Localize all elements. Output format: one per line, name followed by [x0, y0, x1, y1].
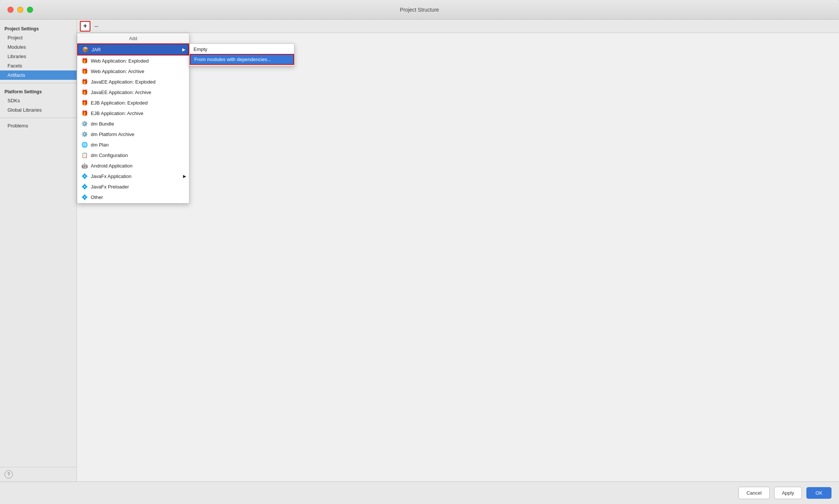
content-toolbar: + – Add 📦 JAR ▶ 🎁 Web Ap [77, 19, 839, 33]
javafx-arrow-icon: ▶ [183, 174, 186, 179]
menu-item-dm-platform-archive-label: dm Platform Archive [91, 132, 134, 137]
javaee-exploded-icon: 🎁 [81, 78, 88, 85]
sidebar-item-problems[interactable]: Problems [0, 121, 77, 130]
main-content: Project Settings Project Modules Librari… [0, 19, 839, 482]
submenu-item-empty-label: Empty [194, 46, 207, 52]
add-dropdown-menu: Add 📦 JAR ▶ 🎁 Web Application: Exploded [77, 33, 189, 203]
ejb-exploded-icon: 🎁 [81, 99, 88, 106]
maximize-button[interactable] [27, 7, 33, 13]
menu-item-android-label: Android Application [91, 163, 132, 169]
sidebar-nav: Project Settings Project Modules Librari… [0, 19, 77, 467]
submenu-item-from-modules[interactable]: From modules with dependencies... [190, 54, 294, 65]
main-window: Project Structure Project Settings Proje… [0, 0, 839, 504]
sidebar-divider-1 [0, 83, 77, 83]
sidebar-item-facets[interactable]: Facets [0, 61, 77, 70]
menu-item-dm-plan[interactable]: 🌐 dm Plan [77, 139, 189, 150]
bottom-bar: Cancel Apply OK [0, 482, 839, 504]
section-project-settings: Project Settings [0, 23, 77, 33]
javafx-icon: 💠 [81, 173, 88, 179]
other-icon: 💠 [81, 194, 88, 200]
content-area: + – Add 📦 JAR ▶ 🎁 Web Ap [77, 19, 839, 482]
cancel-button[interactable]: Cancel [738, 487, 769, 499]
sidebar-bottom: ? [0, 467, 77, 482]
menu-item-other[interactable]: 💠 Other [77, 192, 189, 202]
menu-item-dm-config-label: dm Configuration [91, 153, 128, 158]
android-icon: 🤖 [81, 162, 88, 169]
menu-item-web-archive-label: Web Application: Archive [91, 69, 144, 74]
menu-item-javaee-archive[interactable]: 🎁 JavaEE Application: Archive [77, 87, 189, 97]
menu-item-jar[interactable]: 📦 JAR ▶ [77, 43, 189, 55]
help-button[interactable]: ? [5, 470, 13, 479]
menu-item-ejb-exploded[interactable]: 🎁 EJB Application: Exploded [77, 97, 189, 108]
window-title: Project Structure [400, 7, 439, 13]
submenu-item-from-modules-label: From modules with dependencies... [194, 57, 271, 62]
dm-plan-icon: 🌐 [81, 141, 88, 148]
remove-artifact-button[interactable]: – [91, 21, 102, 31]
ok-button[interactable]: OK [806, 487, 831, 499]
menu-item-dm-bundle-label: dm Bundle [91, 121, 114, 127]
sidebar-item-project[interactable]: Project [0, 33, 77, 42]
apply-button[interactable]: Apply [774, 487, 802, 499]
menu-item-dm-plan-label: dm Plan [91, 142, 109, 148]
sidebar-item-libraries[interactable]: Libraries [0, 52, 77, 61]
menu-item-dm-platform-archive[interactable]: ⚙️ dm Platform Archive [77, 129, 189, 139]
ejb-archive-icon: 🎁 [81, 110, 88, 117]
menu-item-ejb-archive[interactable]: 🎁 EJB Application: Archive [77, 108, 189, 118]
dm-config-icon: 📋 [81, 152, 88, 159]
menu-item-javaee-exploded[interactable]: 🎁 JavaEE Application: Exploded [77, 76, 189, 87]
menu-item-javaee-exploded-label: JavaEE Application: Exploded [91, 79, 156, 85]
add-artifact-button[interactable]: + [80, 21, 90, 31]
menu-item-jar-label: JAR [92, 47, 101, 52]
javafx-preloader-icon: 💠 [81, 183, 88, 190]
dm-platform-archive-icon: ⚙️ [81, 131, 88, 138]
web-archive-icon: 🎁 [81, 68, 88, 75]
window-controls [8, 7, 33, 13]
menu-item-web-exploded[interactable]: 🎁 Web Application: Exploded [77, 55, 189, 66]
dm-bundle-icon: ⚙️ [81, 120, 88, 127]
menu-item-javafx[interactable]: 💠 JavaFx Application ▶ [77, 171, 189, 181]
minimize-button[interactable] [17, 7, 23, 13]
sidebar-item-sdks[interactable]: SDKs [0, 96, 77, 105]
menu-item-javaee-archive-label: JavaEE Application: Archive [91, 90, 151, 95]
submenu-item-empty[interactable]: Empty [190, 45, 294, 54]
jar-arrow-icon: ▶ [182, 47, 185, 52]
menu-item-javafx-preloader[interactable]: 💠 JavaFx Preloader [77, 181, 189, 192]
menu-item-dm-config[interactable]: 📋 dm Configuration [77, 150, 189, 160]
title-bar: Project Structure [0, 0, 839, 19]
sidebar-item-global-libraries[interactable]: Global Libraries [0, 105, 77, 115]
jar-icon: 📦 [82, 46, 89, 53]
add-menu-panel: Add 📦 JAR ▶ 🎁 Web Application: Exploded [77, 33, 189, 203]
menu-item-javafx-preloader-label: JavaFx Preloader [91, 184, 129, 190]
web-exploded-icon: 🎁 [81, 57, 88, 64]
sidebar: Project Settings Project Modules Librari… [0, 19, 77, 482]
menu-item-web-archive[interactable]: 🎁 Web Application: Archive [77, 66, 189, 76]
menu-item-dm-bundle[interactable]: ⚙️ dm Bundle [77, 118, 189, 129]
close-button[interactable] [8, 7, 14, 13]
section-platform-settings: Platform Settings [0, 86, 77, 96]
add-menu-header: Add [77, 34, 189, 43]
menu-item-other-label: Other [91, 194, 103, 200]
sidebar-divider-2 [0, 118, 77, 118]
sidebar-item-artifacts[interactable]: Artifacts [0, 70, 77, 80]
content-body [77, 33, 839, 482]
menu-item-android[interactable]: 🤖 Android Application [77, 160, 189, 171]
javaee-archive-icon: 🎁 [81, 89, 88, 96]
sidebar-item-modules[interactable]: Modules [0, 42, 77, 52]
menu-item-ejb-archive-label: EJB Application: Archive [91, 111, 143, 116]
menu-item-ejb-exploded-label: EJB Application: Exploded [91, 100, 148, 106]
menu-item-javafx-label: JavaFx Application [91, 173, 131, 179]
jar-submenu: Empty From modules with dependencies... [189, 43, 294, 66]
menu-item-web-exploded-label: Web Application: Exploded [91, 58, 149, 64]
